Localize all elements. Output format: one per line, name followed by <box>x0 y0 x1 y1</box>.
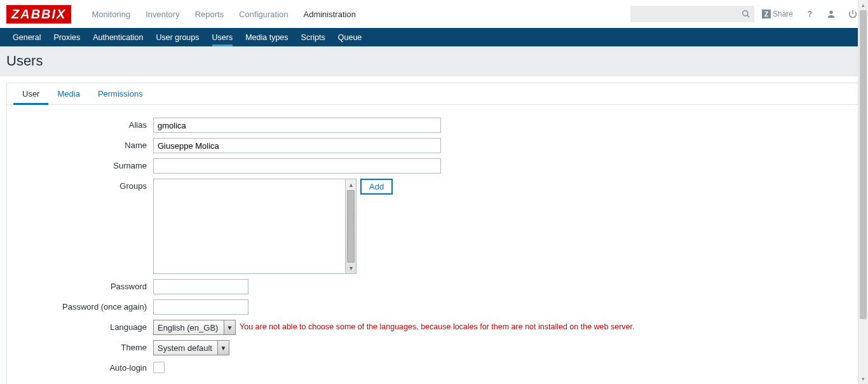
logo: ZABBIX <box>6 5 71 24</box>
language-select[interactable]: English (en_GB) ▼ <box>153 320 236 335</box>
groups-multiselect[interactable]: ▴ ▾ <box>153 179 356 274</box>
svg-point-3 <box>829 11 832 14</box>
add-button[interactable]: Add <box>360 179 393 195</box>
label-alias: Alias <box>13 118 153 130</box>
top-menu: Monitoring Inventory Reports Configurati… <box>84 0 630 28</box>
scroll-thumb[interactable] <box>347 190 355 263</box>
subnav-mediatypes[interactable]: Media types <box>239 28 294 46</box>
language-warning: You are not able to choose some of the l… <box>240 320 634 331</box>
row-name: Name <box>13 138 855 153</box>
search-input[interactable] <box>630 6 754 22</box>
label-password2: Password (once again) <box>13 299 153 312</box>
content-panel: User Media Permissions Alias Name Surnam… <box>6 83 862 384</box>
user-icon[interactable] <box>822 5 840 23</box>
password2-field[interactable] <box>153 299 248 315</box>
subnav-proxies[interactable]: Proxies <box>47 28 86 46</box>
row-alias: Alias <box>13 118 855 133</box>
z-badge-icon: Z <box>762 10 771 18</box>
row-autologin: Auto-login <box>13 360 855 373</box>
tab-permissions[interactable]: Permissions <box>89 83 152 104</box>
language-value: English (en_GB) <box>154 323 224 333</box>
help-icon[interactable]: ? <box>801 5 818 23</box>
autologin-checkbox[interactable] <box>153 362 165 373</box>
label-groups: Groups <box>13 179 153 191</box>
label-language: Language <box>13 320 153 332</box>
nav-administration[interactable]: Administration <box>296 0 363 28</box>
svg-point-0 <box>743 11 748 16</box>
scroll-thumb[interactable] <box>860 10 867 319</box>
theme-select[interactable]: System default ▼ <box>153 340 229 355</box>
row-surname: Surname <box>13 158 855 174</box>
alias-field[interactable] <box>153 118 441 133</box>
name-field[interactable] <box>153 138 441 153</box>
page-header: Users <box>0 46 868 76</box>
theme-value: System default <box>154 343 217 353</box>
label-theme: Theme <box>13 340 153 352</box>
tab-media[interactable]: Media <box>48 83 88 104</box>
row-theme: Theme System default ▼ <box>13 340 855 355</box>
scrollbar[interactable]: ▴ ▾ <box>345 179 356 273</box>
page-scrollbar[interactable]: ▴ ▾ <box>858 0 868 384</box>
top-nav: ZABBIX Monitoring Inventory Reports Conf… <box>0 0 868 28</box>
svg-line-1 <box>747 15 750 18</box>
search-icon[interactable] <box>742 10 750 18</box>
subnav-usergroups[interactable]: User groups <box>149 28 205 46</box>
subnav-authentication[interactable]: Authentication <box>86 28 149 46</box>
password-field[interactable] <box>153 279 248 294</box>
tab-user[interactable]: User <box>13 83 48 104</box>
scroll-down-icon[interactable]: ▾ <box>346 263 356 273</box>
subnav-users[interactable]: Users <box>206 28 240 46</box>
surname-field[interactable] <box>153 158 441 174</box>
label-password: Password <box>13 279 153 291</box>
svg-text:?: ? <box>808 10 812 18</box>
subnav-queue[interactable]: Queue <box>332 28 369 46</box>
label-surname: Surname <box>13 158 153 170</box>
label-autologin: Auto-login <box>13 360 153 373</box>
share-button[interactable]: Z Share <box>758 10 797 18</box>
tabs: User Media Permissions <box>7 83 861 105</box>
scroll-up-icon[interactable]: ▴ <box>858 0 868 10</box>
nav-monitoring[interactable]: Monitoring <box>84 0 138 28</box>
nav-configuration[interactable]: Configuration <box>231 0 295 28</box>
label-name: Name <box>13 138 153 150</box>
row-password: Password <box>13 279 855 294</box>
share-label: Share <box>773 10 793 18</box>
top-right: Z Share ? <box>630 5 862 23</box>
chevron-down-icon: ▼ <box>217 341 229 355</box>
row-language: Language English (en_GB) ▼ You are not a… <box>13 320 855 335</box>
scroll-down-icon[interactable]: ▾ <box>858 374 868 384</box>
page-title: Users <box>6 53 862 69</box>
row-groups: Groups ▴ ▾ Add <box>13 179 855 274</box>
nav-inventory[interactable]: Inventory <box>138 0 187 28</box>
search-wrap <box>630 6 754 22</box>
nav-reports[interactable]: Reports <box>187 0 232 28</box>
scroll-up-icon[interactable]: ▴ <box>346 179 356 190</box>
row-password2: Password (once again) <box>13 299 855 315</box>
subnav-general[interactable]: General <box>6 28 47 46</box>
form-area: Alias Name Surname Groups ▴ <box>7 105 861 384</box>
sub-nav: General Proxies Authentication User grou… <box>0 28 868 46</box>
chevron-down-icon: ▼ <box>224 320 235 334</box>
